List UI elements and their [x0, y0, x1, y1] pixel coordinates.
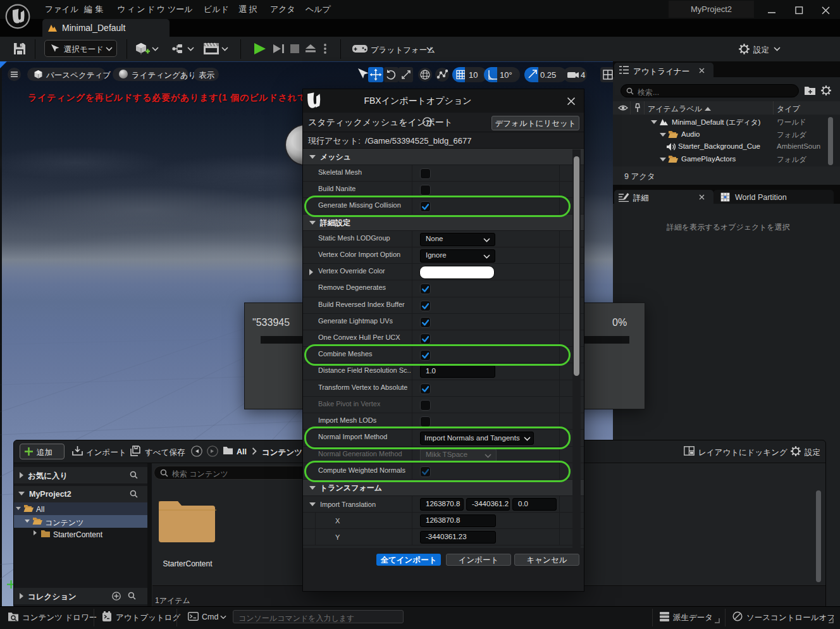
svg-text:10°: 10°: [500, 70, 512, 80]
svg-text:?: ?: [426, 118, 429, 125]
svg-text:4: 4: [581, 70, 585, 80]
svg-text:0.25: 0.25: [540, 70, 556, 80]
svg-text:10: 10: [469, 70, 478, 80]
